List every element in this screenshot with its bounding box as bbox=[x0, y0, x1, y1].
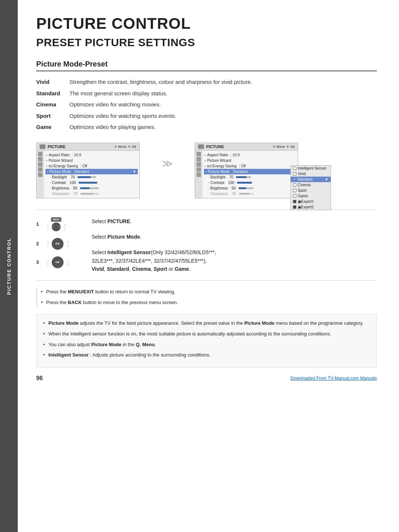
r-icon-3 bbox=[197, 162, 201, 167]
ok-button: OK bbox=[52, 238, 64, 250]
dropdown-item-vivid: Vivid bbox=[291, 171, 331, 177]
steps-text: Select PICTURE. Select Picture Mode. Sel… bbox=[92, 217, 377, 273]
right-menu-item-1: • Aspect Ratio : 16:9 bbox=[205, 152, 296, 158]
monitor-icon bbox=[40, 144, 45, 149]
step-1-row: 1 MENU ∧ ∨ < > bbox=[36, 217, 81, 231]
left-menu-item-4: • Picture Mode Standard ▼ bbox=[45, 169, 138, 174]
checkbox-vivid bbox=[293, 172, 296, 175]
right-menu-item-2: • Picture Wizard bbox=[205, 158, 296, 163]
notes-section: Press the MENU/EXIT button to return to … bbox=[36, 288, 377, 307]
tv-menu-left-content: • Aspect Ratio : 16:9 • Picture Wizard •… bbox=[44, 151, 139, 198]
footer-link[interactable]: Downloaded From TV-Manual.com Manuals bbox=[290, 376, 377, 381]
mode-item: GameOptimizes video for playing games. bbox=[36, 123, 377, 132]
left-menu-item-7: · Brightness 50 bbox=[46, 185, 137, 191]
menu-nav-arrows-2: ∧ ∨ bbox=[61, 224, 68, 230]
tip-4: Intelligent Sensor : Adjusts picture acc… bbox=[43, 351, 370, 359]
menu-button-top: MENU bbox=[51, 217, 61, 222]
r-icon-2 bbox=[197, 157, 201, 161]
dropdown-item-expert1: ▣Expert1 bbox=[291, 199, 331, 204]
step-3-num: 3 bbox=[36, 259, 41, 265]
tv-panel-right-title: PICTURE bbox=[206, 144, 270, 149]
tv-right-left-icons bbox=[195, 151, 202, 198]
right-menu-item-4: • Picture Mode Standard ▼ bbox=[204, 169, 296, 174]
dropdown-item-game: Game bbox=[291, 193, 331, 199]
checkbox-expert1 bbox=[293, 200, 296, 203]
mode-item: CinemaOptimizes video for watching movie… bbox=[36, 100, 377, 109]
icon-3 bbox=[38, 162, 42, 167]
tip-3: You can also adjust Picture Mode in the … bbox=[43, 341, 370, 349]
icon-5 bbox=[38, 173, 42, 177]
mode-item: StandardThe most general screen display … bbox=[36, 89, 377, 98]
page-footer: 96 Downloaded From TV-Manual.com Manuals bbox=[36, 375, 377, 382]
left-menu-item-1: • Aspect Ratio : 16:9 bbox=[46, 152, 137, 158]
tv-panel-left-body: • Aspect Ratio : 16:9 • Picture Wizard •… bbox=[37, 151, 139, 198]
checkbox-sport bbox=[293, 189, 296, 192]
icon-1 bbox=[38, 152, 42, 156]
tv-panel-left-header: PICTURE ✦ Move ✦ Ok bbox=[37, 143, 139, 151]
icon-4 bbox=[38, 167, 42, 172]
right-menu-item-8: · Sharpness 70 bbox=[205, 191, 296, 197]
left-menu-item-8: · Sharpness 70 bbox=[46, 191, 137, 197]
r-icon-5 bbox=[197, 173, 201, 177]
left-menu-item-2: • Picture Wizard bbox=[46, 158, 137, 163]
step-3-button: ∧ ∨ OK ∧ ∨ bbox=[44, 256, 71, 268]
step-2-text: Select Picture Mode. bbox=[92, 233, 377, 241]
note-2: Press the BACK button to move to the pre… bbox=[41, 299, 377, 307]
main-content: PICTURE CONTROL PRESET PICTURE SETTINGS … bbox=[18, 0, 399, 532]
tv-menu-right-content: • Aspect Ratio : 16:9 • Picture Wizard •… bbox=[202, 151, 298, 198]
left-menu-item-5: · Backlight 70 bbox=[46, 174, 137, 180]
checkbox-expert2 bbox=[293, 205, 296, 209]
step-2-num: 2 bbox=[36, 241, 41, 246]
ok-nav-arrows-2: ∧ ∨ bbox=[64, 241, 71, 247]
tv-panel-left-controls: ✦ Move ✦ Ok bbox=[114, 145, 136, 149]
left-menu-item-3: • e∅Energy Saving : Off bbox=[46, 163, 137, 169]
ok2-nav-arrows-2: ∧ ∨ bbox=[64, 259, 71, 265]
tv-panel-right-header: PICTURE ✦ Move ✦ Ok bbox=[195, 143, 298, 151]
tip-2: When the Intelligent sensor function is … bbox=[43, 330, 370, 338]
steps-buttons: 1 MENU ∧ ∨ < > bbox=[36, 217, 81, 268]
dropdown-item-expert2: ▣Expert2 bbox=[291, 204, 331, 210]
subsection-title: Picture Mode-Preset bbox=[36, 60, 377, 71]
right-menu-item-5: · Backlight 70 bbox=[205, 174, 296, 180]
page-number: 96 bbox=[36, 375, 43, 382]
dropdown-item-cinema: Cinema bbox=[291, 182, 331, 188]
step-3-row: 3 ∧ ∨ OK ∧ ∨ bbox=[36, 256, 81, 268]
tv-panel-right: PICTURE ✦ Move ✦ Ok bbox=[195, 143, 298, 198]
tv-panel-right-body: • Aspect Ratio : 16:9 • Picture Wizard •… bbox=[195, 151, 298, 198]
right-menu-item-6: · Contrast 100 bbox=[205, 180, 296, 185]
ok-button-2: OK bbox=[52, 256, 64, 268]
step-1-text: Select PICTURE. bbox=[92, 217, 377, 225]
page-title: PICTURE CONTROL bbox=[36, 15, 377, 33]
sidebar-label: PICTURE CONTROL bbox=[6, 238, 12, 295]
step-2-row: 2 ∧ ∨ OK ∧ ∨ bbox=[36, 238, 81, 250]
mode-list: VividStrengthen the contrast, brightness… bbox=[36, 78, 377, 132]
step-1-button: MENU ∧ ∨ < > ∧ bbox=[44, 217, 68, 231]
tv-panels: PICTURE ✦ Move ✦ Ok bbox=[36, 143, 377, 198]
dropdown-item-standard: ✓ Standard ▼ bbox=[291, 177, 331, 182]
right-menu-item-3: • e∅Energy Saving : Off bbox=[205, 163, 296, 169]
sidebar: PICTURE CONTROL bbox=[0, 0, 18, 532]
mode-item: SportOptimizes video for watching sports… bbox=[36, 112, 377, 120]
icon-2 bbox=[38, 157, 42, 161]
note-1: Press the MENU/EXIT button to return to … bbox=[41, 288, 377, 296]
left-menu-item-6: · Contrast 100 bbox=[46, 180, 137, 185]
monitor-icon-right bbox=[198, 144, 204, 149]
tv-panel-left: PICTURE ✦ Move ✦ Ok bbox=[36, 143, 140, 198]
panels-arrow: ≫ bbox=[162, 157, 173, 170]
mode-item: VividStrengthen the contrast, brightness… bbox=[36, 78, 377, 86]
tv-left-icons bbox=[37, 151, 44, 198]
step-1-num: 1 bbox=[36, 221, 41, 227]
ok-nav-arrows: ∧ ∨ bbox=[44, 241, 51, 247]
right-menu-item-7: · Brightness 50 bbox=[205, 185, 296, 191]
tv-dropdown-menu: Intelligent Sensor Vivid ✓ Standard ▼ Ci… bbox=[290, 165, 331, 210]
checkbox-game bbox=[293, 194, 296, 198]
ok2-nav-arrows: ∧ ∨ bbox=[44, 259, 51, 265]
tip-1: Picture Mode adjusts the TV for the best… bbox=[43, 320, 370, 327]
step-2-button: ∧ ∨ OK ∧ ∨ bbox=[44, 238, 71, 250]
section-title: PRESET PICTURE SETTINGS bbox=[36, 36, 377, 49]
tips-section: Picture Mode adjusts the TV for the best… bbox=[36, 314, 377, 368]
dropdown-item-intelligent: Intelligent Sensor bbox=[291, 166, 331, 171]
dropdown-item-sport: Sport bbox=[291, 188, 331, 193]
checkbox-cinema bbox=[293, 183, 296, 187]
checkbox-intelligent bbox=[293, 167, 296, 170]
